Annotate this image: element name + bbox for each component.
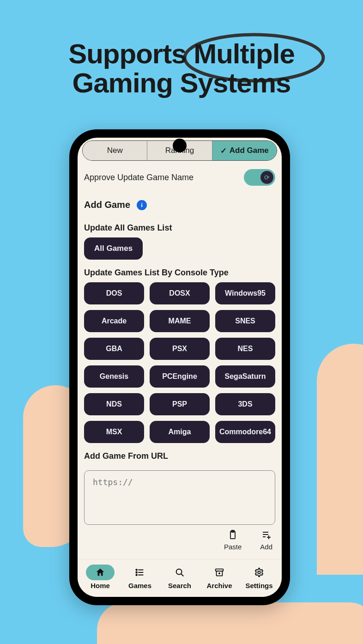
add-game-title: Add Game [84,200,130,210]
all-games-label: All Games [94,244,133,253]
update-all-header: Update All Games List [84,223,275,233]
add-from-url-header: Add Game From URL [84,451,275,461]
console-button-commodore64[interactable]: Commodore64 [215,421,275,443]
add-url-button[interactable]: Add [260,529,272,551]
svg-line-15 [181,574,183,576]
clipboard-icon [227,529,238,542]
console-button-windows95[interactable]: Windows95 [215,282,275,304]
console-button-3ds[interactable]: 3DS [215,393,275,415]
console-button-arcade[interactable]: Arcade [84,310,144,332]
headline-line-1: Supports Multiple [0,39,363,68]
console-label: Arcade [102,317,127,325]
add-game-section-title: Add Game i [84,200,275,210]
console-grid: DOSDOSXWindows95ArcadeMAMESNESGBAPSXNESG… [84,282,275,443]
console-label: PSP [172,400,187,408]
url-input[interactable] [84,470,275,525]
console-label: PCEngine [162,372,197,381]
console-label: Amiga [169,428,191,436]
phone-camera-dot [173,139,187,152]
nav-archive[interactable]: Archive [202,565,237,589]
console-button-nes[interactable]: NES [215,338,275,360]
url-actions: Paste Add [84,529,275,551]
console-button-amiga[interactable]: Amiga [150,421,210,443]
console-button-psp[interactable]: PSP [150,393,210,415]
nav-label: Archive [206,582,232,589]
add-label: Add [260,543,272,551]
settings-icon [245,565,273,580]
console-label: Commodore64 [219,428,271,436]
nav-label: Settings [245,582,272,589]
console-label: MAME [169,317,191,325]
console-button-segasaturn[interactable]: SegaSaturn [215,365,275,388]
all-games-button[interactable]: All Games [84,237,143,260]
paste-button[interactable]: Paste [224,529,242,551]
console-label: 3DS [238,400,252,408]
svg-point-13 [136,574,137,576]
nav-label: Home [91,582,110,589]
tab-label: Add Game [230,146,269,155]
tab-label: New [107,146,123,155]
check-icon: ✓ [220,146,227,156]
console-button-mame[interactable]: MAME [150,310,210,332]
console-button-gba[interactable]: GBA [84,338,144,360]
app-screen: New Ranking ✓ Add Game Approve Update Ga… [78,138,282,597]
svg-rect-16 [216,569,224,571]
approve-row: Approve Update Game Name ⟳ [84,169,275,186]
phone-frame: New Ranking ✓ Add Game Approve Update Ga… [69,129,290,605]
nav-label: Search [168,582,191,589]
info-icon[interactable]: i [137,200,147,210]
console-label: SNES [235,317,255,325]
console-label: DOS [106,289,122,298]
marketing-headline: Supports Multiple Gaming Systems [0,39,363,97]
console-button-snes[interactable]: SNES [215,310,275,332]
nav-home[interactable]: Home [83,565,118,589]
console-label: GBA [106,345,122,353]
nav-games[interactable]: Games [122,565,157,589]
console-label: MSX [106,428,122,436]
bottom-nav: HomeGamesSearchArchiveSettings [78,559,282,597]
refresh-icon: ⟳ [260,171,273,184]
approve-label: Approve Update Game Name [84,173,194,182]
console-button-genesis[interactable]: Genesis [84,365,144,388]
nav-settings[interactable]: Settings [242,565,277,589]
svg-point-12 [136,571,137,573]
archive-icon [205,565,234,580]
tab-add-game[interactable]: ✓ Add Game [212,141,277,160]
content-area: Approve Update Game Name ⟳ Add Game i Up… [78,164,282,559]
approve-toggle[interactable]: ⟳ [244,169,275,186]
console-button-msx[interactable]: MSX [84,421,144,443]
console-button-dosx[interactable]: DOSX [150,282,210,304]
tab-new[interactable]: New [83,141,147,160]
console-button-dos[interactable]: DOS [84,282,144,304]
headline-line-2: Gaming Systems [0,68,363,97]
console-button-pcengine[interactable]: PCEngine [150,365,210,388]
home-icon [86,565,115,580]
playlist-add-icon [261,529,272,542]
svg-point-17 [258,571,260,574]
console-label: Windows95 [225,289,266,298]
paste-label: Paste [224,543,242,551]
list-icon [126,565,154,580]
search-icon [165,565,194,580]
console-label: PSX [172,345,187,353]
console-label: NES [238,345,253,353]
update-by-console-header: Update Games List By Console Type [84,268,275,278]
nav-search[interactable]: Search [162,565,197,589]
svg-point-11 [136,569,137,571]
nav-label: Games [128,582,151,589]
console-label: SegaSaturn [225,372,266,381]
console-button-nds[interactable]: NDS [84,393,144,415]
console-label: NDS [106,400,122,408]
console-button-psx[interactable]: PSX [150,338,210,360]
console-label: DOSX [169,289,190,298]
svg-point-14 [176,569,182,574]
console-label: Genesis [100,372,128,381]
